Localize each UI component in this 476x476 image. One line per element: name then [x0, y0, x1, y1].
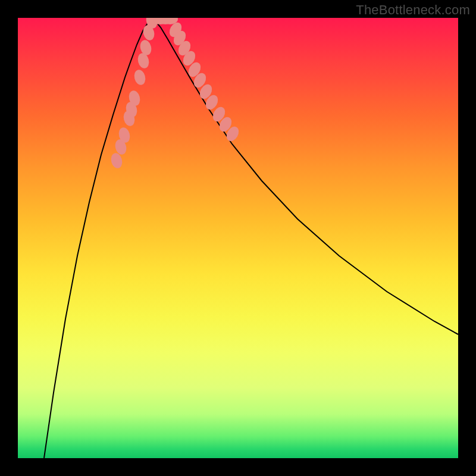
curve-beads	[109, 18, 241, 170]
plot-area	[18, 18, 458, 458]
watermark-text: TheBottleneck.com	[356, 2, 470, 18]
bead	[133, 68, 147, 86]
curve-curve-left	[44, 18, 152, 458]
bottleneck-curve	[44, 18, 458, 458]
outer-frame: TheBottleneck.com	[0, 0, 476, 476]
chart-svg	[18, 18, 458, 458]
